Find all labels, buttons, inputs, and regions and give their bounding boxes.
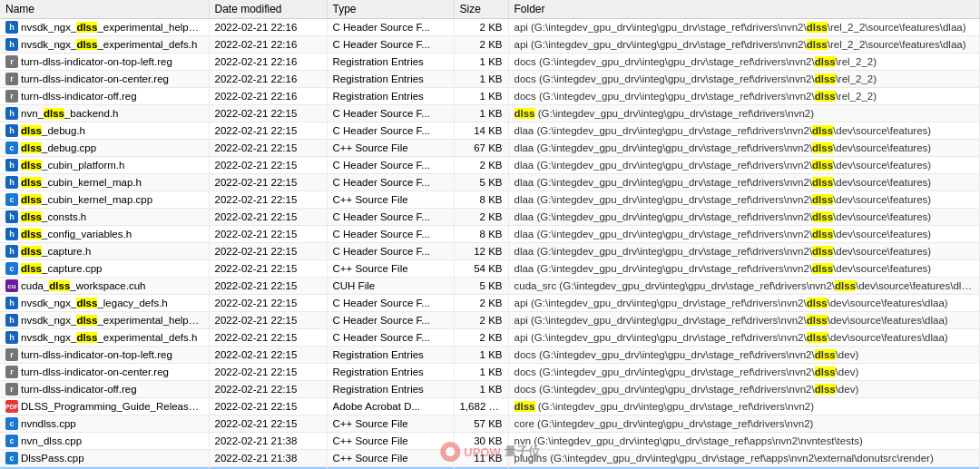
table-row[interactable]: PDFDLSS_Programming_Guide_Release.pdf202…	[0, 398, 980, 415]
file-name-cell: cDlssPass.cpp	[5, 452, 203, 464]
file-type: C Header Source F...	[327, 209, 454, 226]
table-row[interactable]: hdlss_cubin_kernel_map.h2022-02-21 22:15…	[0, 174, 980, 191]
file-type: Registration Entries	[327, 381, 454, 398]
table-row[interactable]: rturn-dlss-indicator-on-center.reg2022-0…	[0, 364, 980, 381]
table-row[interactable]: hnvsdk_ngx_dlss_experimental_defs.h2022-…	[0, 329, 980, 347]
table-row[interactable]: hdlss_config_variables.h2022-02-21 22:15…	[0, 226, 980, 243]
file-name-cell: PDFDLSS_Programming_Guide_Release.pdf	[5, 400, 203, 413]
file-size: 1 KB	[454, 364, 508, 381]
file-size: 1 KB	[454, 71, 508, 88]
file-type: C++ Source File	[327, 433, 454, 450]
table-row[interactable]: rturn-dlss-indicator-on-top-left.reg2022…	[0, 347, 980, 364]
file-size: 8 KB	[454, 191, 508, 209]
file-size: 1 KB	[454, 381, 508, 398]
file-date: 2022-02-21 22:15	[209, 243, 327, 260]
file-size: 1 KB	[454, 88, 508, 105]
file-date: 2022-02-21 22:15	[209, 278, 327, 295]
file-size: 12 KB	[454, 243, 508, 260]
file-size: 14 KB	[454, 122, 508, 140]
table-row[interactable]: cdlss_debug.cpp2022-02-21 22:15C++ Sourc…	[0, 140, 980, 157]
file-list-container[interactable]: Name Date modified Type Size Folder hnvs…	[0, 0, 980, 469]
file-name-cell: cnvn_dlss.cpp	[5, 435, 203, 447]
table-row[interactable]: hnvsdk_ngx_dlss_experimental_helpers.h20…	[0, 19, 980, 36]
file-type: C++ Source File	[327, 450, 454, 467]
file-date: 2022-02-21 22:15	[209, 174, 327, 191]
reg-icon: r	[5, 90, 18, 103]
reg-icon: r	[5, 73, 18, 85]
file-date: 2022-02-21 21:38	[209, 433, 327, 450]
file-type: Registration Entries	[327, 88, 454, 105]
table-row[interactable]: rturn-dlss-indicator-off.reg2022-02-21 2…	[0, 88, 980, 105]
c-icon: c	[5, 193, 18, 206]
file-size: 1,682 KB	[454, 398, 508, 415]
file-size: 8 KB	[454, 226, 508, 243]
c-icon: c	[5, 417, 18, 430]
reg-icon: r	[5, 348, 18, 361]
table-row[interactable]: rturn-dlss-indicator-on-center.reg2022-0…	[0, 71, 980, 88]
reg-icon: r	[5, 55, 18, 68]
table-row[interactable]: hdlss_capture.h2022-02-21 22:15C Header …	[0, 243, 980, 260]
file-type: C++ Source File	[327, 140, 454, 157]
file-date: 2022-02-21 22:16	[209, 19, 327, 36]
file-type: Registration Entries	[327, 364, 454, 381]
table-row[interactable]: cdlss_capture.cpp2022-02-21 22:15C++ Sou…	[0, 260, 980, 278]
h-icon: h	[5, 21, 18, 34]
table-row[interactable]: rturn-dlss-indicator-on-top-left.reg2022…	[0, 54, 980, 71]
file-name-cell: rturn-dlss-indicator-on-top-left.reg	[5, 55, 203, 68]
table-row[interactable]: cucuda_dlss_workspace.cuh2022-02-21 22:1…	[0, 278, 980, 295]
file-type: C Header Source F...	[327, 295, 454, 312]
table-row[interactable]: hnvn_dlss_backend.h2022-02-21 22:15C Hea…	[0, 105, 980, 122]
table-row[interactable]: hdlss_consts.h2022-02-21 22:15C Header S…	[0, 209, 980, 226]
c-icon: c	[5, 262, 18, 275]
file-type: C Header Source F...	[327, 312, 454, 329]
file-name-cell: hnvsdk_ngx_dlss_experimental_helpers.h	[5, 314, 203, 327]
file-table: Name Date modified Type Size Folder hnvs…	[0, 0, 980, 469]
h-icon: h	[5, 331, 18, 344]
file-size: 2 KB	[454, 157, 508, 174]
table-row[interactable]: cdlss_cubin_kernel_map.cpp2022-02-21 22:…	[0, 191, 980, 209]
file-size: 2 KB	[454, 36, 508, 54]
table-row[interactable]: hnvsdk_ngx_dlss_legacy_defs.h2022-02-21 …	[0, 295, 980, 312]
file-name-cell: hdlss_debug.h	[5, 124, 203, 137]
file-name-cell: rturn-dlss-indicator-on-center.reg	[5, 73, 203, 85]
file-name-cell: hdlss_consts.h	[5, 210, 203, 223]
file-size: 1 KB	[454, 105, 508, 122]
col-header-name[interactable]: Name	[0, 0, 209, 19]
file-name-cell: hdlss_cubin_platform.h	[5, 159, 203, 171]
table-row[interactable]: cnvn_dlss.cpp2022-02-21 21:38C++ Source …	[0, 433, 980, 450]
file-type: C Header Source F...	[327, 174, 454, 191]
pdf-icon: PDF	[5, 400, 18, 413]
file-type: CUH File	[327, 278, 454, 295]
table-row[interactable]: hnvsdk_ngx_dlss_experimental_helpers.h20…	[0, 312, 980, 329]
col-header-type[interactable]: Type	[327, 0, 454, 19]
file-size: 2 KB	[454, 209, 508, 226]
table-header-row: Name Date modified Type Size Folder	[0, 0, 980, 19]
file-type: C Header Source F...	[327, 105, 454, 122]
file-name-cell: hdlss_cubin_kernel_map.h	[5, 176, 203, 189]
h-icon: h	[5, 124, 18, 137]
table-row[interactable]: cDlssPass.cpp2022-02-21 21:38C++ Source …	[0, 450, 980, 467]
col-header-folder[interactable]: Folder	[508, 0, 980, 19]
file-size: 2 KB	[454, 329, 508, 347]
table-row[interactable]: hnvsdk_ngx_dlss_experimental_defs.h2022-…	[0, 36, 980, 54]
file-size: 1 KB	[454, 347, 508, 364]
file-name-cell: rturn-dlss-indicator-on-center.reg	[5, 366, 203, 378]
file-type: Registration Entries	[327, 54, 454, 71]
table-row[interactable]: rturn-dlss-indicator-off.reg2022-02-21 2…	[0, 381, 980, 398]
table-row[interactable]: cnvndlss.cpp2022-02-21 22:15C++ Source F…	[0, 415, 980, 433]
file-size: 1 KB	[454, 54, 508, 71]
file-size: 2 KB	[454, 295, 508, 312]
file-date: 2022-02-21 22:15	[209, 381, 327, 398]
h-icon: h	[5, 245, 18, 258]
file-size: 54 KB	[454, 260, 508, 278]
file-date: 2022-02-21 22:15	[209, 157, 327, 174]
table-row[interactable]: hdlss_cubin_platform.h2022-02-21 22:15C …	[0, 157, 980, 174]
col-header-size[interactable]: Size	[454, 0, 508, 19]
reg-icon: r	[5, 366, 18, 378]
file-size: 30 KB	[454, 433, 508, 450]
file-name-cell: cnvndlss.cpp	[5, 417, 203, 430]
file-date: 2022-02-21 22:16	[209, 54, 327, 71]
file-name-cell: hdlss_config_variables.h	[5, 228, 203, 240]
table-row[interactable]: hdlss_debug.h2022-02-21 22:15C Header So…	[0, 122, 980, 140]
col-header-date[interactable]: Date modified	[209, 0, 327, 19]
